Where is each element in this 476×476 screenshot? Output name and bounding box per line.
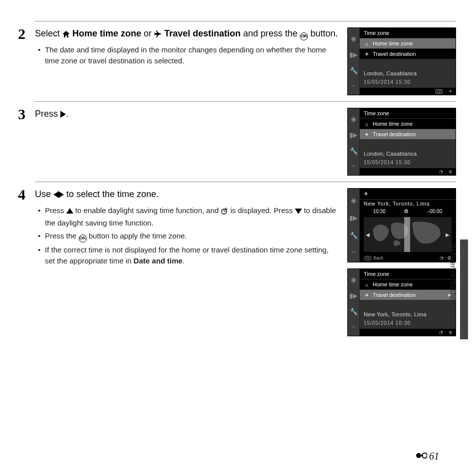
battery-icon: ▭ xyxy=(351,163,356,168)
setup-mode-icon: 🔧 xyxy=(350,147,358,155)
step4-bullet1: Press to enable daylight saving time fun… xyxy=(45,205,339,229)
dst-icon xyxy=(221,207,229,218)
home-icon: ⌂ xyxy=(364,121,370,127)
plane-icon xyxy=(154,28,162,40)
dst-icon: ❂ xyxy=(404,209,408,214)
battery-icon: ▭ xyxy=(351,83,356,88)
plane-icon: ✈ xyxy=(364,191,368,197)
clock-icon: ◔ xyxy=(440,255,444,260)
svg-point-2 xyxy=(225,209,227,210)
right-arrow-icon: ▶ xyxy=(446,232,450,238)
right-arrow-icon xyxy=(60,111,66,118)
step-number: 4 xyxy=(18,186,25,203)
plane-icon: ✈ xyxy=(449,89,453,94)
globe-icon: ⊕ xyxy=(449,169,453,174)
home-icon xyxy=(62,28,70,40)
clock-icon: ◔ xyxy=(439,330,443,335)
step4-bullet2: Press the button to apply the time zone. xyxy=(45,231,339,242)
foot-colon: : xyxy=(445,330,447,335)
lcd-home-item: ⌂ Home time zone xyxy=(360,279,456,290)
ok-button-icon xyxy=(300,32,308,40)
lcd-home-item: ⌂ Home time zone xyxy=(360,38,456,49)
lcd-datetime: 15/05/2014 15:30 xyxy=(360,78,456,88)
up-arrow-icon xyxy=(66,208,73,214)
step2-bullet: The date and time displayed in the monit… xyxy=(45,44,339,66)
clock-icon: ◔ xyxy=(439,169,443,174)
lcd-datetime: 15/05/2014 15:30 xyxy=(360,159,456,168)
lcd-location: London, Casablanca xyxy=(360,149,456,159)
setup-mode-icon: 🔧 xyxy=(350,67,358,74)
page-footer: 61 xyxy=(416,451,439,462)
lcd-screen-map: ◉ ▮▶ 🔧 ▭ ✈ New York, Toronto, Lima 10:30… xyxy=(347,188,456,262)
camera-mode-icon: ◉ xyxy=(351,115,356,123)
plane-icon: ✈ xyxy=(364,131,370,137)
camera-mode-icon: ◉ xyxy=(351,197,356,204)
section-tab xyxy=(460,239,468,339)
lcd-title: Time zone xyxy=(360,28,456,38)
movie-mode-icon: ▮▶ xyxy=(349,131,358,139)
movie-mode-icon: ▮▶ xyxy=(349,292,358,299)
left-right-arrow-icon xyxy=(53,189,64,201)
lcd-title: Time zone xyxy=(360,108,456,119)
battery-icon: ▭ xyxy=(351,249,356,254)
section-label: Reference Section xyxy=(449,243,457,305)
foot-colon: : xyxy=(445,169,447,174)
home-icon: ⌂ xyxy=(364,281,370,287)
step3-heading: Press . xyxy=(35,108,339,120)
lcd-travel-item: ✈ Travel destination ▶ xyxy=(360,290,456,300)
lcd-travel-item: ✈ Travel destination xyxy=(360,129,456,140)
lcd-screen-step3: ◉ ▮▶ 🔧 ▭ Time zone ⌂ Home time zone ✈ Tr… xyxy=(347,108,456,176)
lcd-map-offset: –05:00 xyxy=(427,209,443,214)
lcd-map-location: New York, Toronto, Lima xyxy=(360,200,456,208)
step2-heading: Select Home time zone or Travel destinat… xyxy=(35,27,339,40)
lcd-travel-item: ✈ Travel destination xyxy=(360,49,456,59)
lcd-screen-step2: ◉ ▮▶ 🔧 ▭ Time zone ⌂ Home time zone ✈ Tr… xyxy=(347,27,456,95)
plane-icon: ✈ xyxy=(364,292,370,298)
page-number: 61 xyxy=(429,451,439,462)
step-number: 2 xyxy=(18,25,25,42)
ok-button-icon xyxy=(79,235,87,242)
globe-icon: ⊕ xyxy=(449,330,453,335)
step4-bullet3: If the correct time is not displayed for… xyxy=(45,244,339,266)
lcd-home-item: ⌂ Home time zone xyxy=(360,119,456,129)
step4-heading: Use to select the time zone. xyxy=(35,188,339,201)
lcd-map-time: 10:30 xyxy=(373,209,386,214)
timezone-bar xyxy=(404,217,410,252)
lcd-location: London, Casablanca xyxy=(360,68,456,78)
down-arrow-icon xyxy=(295,209,302,214)
svg-rect-9 xyxy=(420,455,423,456)
lcd-title: Time zone xyxy=(360,269,456,279)
foot-colon: : xyxy=(445,89,447,94)
svg-marker-0 xyxy=(62,31,70,37)
lcd-screen-step4b: ◉ ▮▶ 🔧 ▭ Time zone ⌂ Home time zone ✈ Tr… xyxy=(347,268,456,336)
movie-mode-icon: ▮▶ xyxy=(349,214,358,222)
setup-mode-icon: 🔧 xyxy=(350,232,358,239)
left-arrow-icon: ◀ xyxy=(366,232,370,238)
plane-icon: ✈ xyxy=(364,51,370,57)
lcd-location: New York, Toronto, Lima xyxy=(360,309,456,319)
lcd-datetime: 15/05/2014 10:30 xyxy=(360,319,456,329)
camera-mode-icon: ◉ xyxy=(351,35,356,42)
setup-mode-icon: 🔧 xyxy=(350,308,358,315)
battery-icon: ▭ xyxy=(351,324,356,329)
reference-section-icon xyxy=(416,451,427,462)
step-number: 3 xyxy=(18,106,25,123)
ok-indicator: OK xyxy=(435,89,443,94)
back-indicator: OK Back xyxy=(364,255,383,260)
movie-mode-icon: ▮▶ xyxy=(349,51,358,58)
home-icon: ⌂ xyxy=(364,40,370,46)
camera-mode-icon: ◉ xyxy=(351,276,356,283)
